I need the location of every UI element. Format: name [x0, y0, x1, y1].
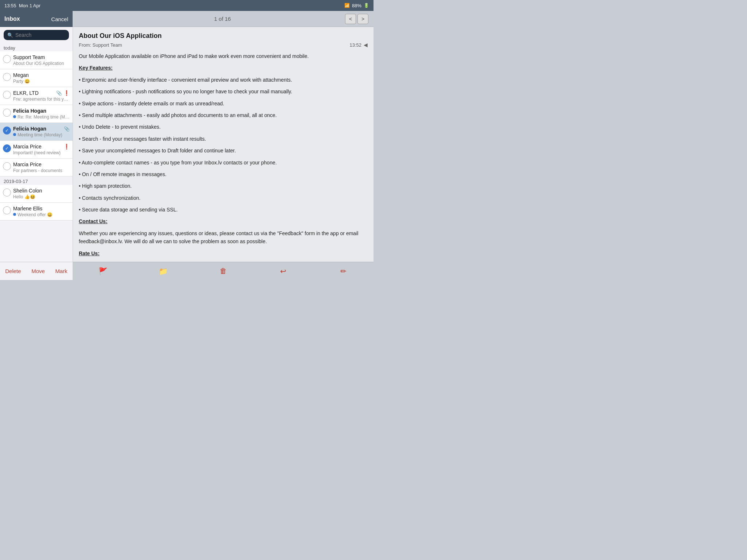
- email-icons: ❗: [63, 144, 70, 149]
- email-checkbox[interactable]: [3, 109, 11, 117]
- next-button[interactable]: >: [357, 14, 368, 24]
- body-paragraph: • Search - find your messages faster wit…: [79, 135, 368, 143]
- right-bottom-toolbar: 🚩📁🗑↩✏: [73, 262, 374, 280]
- search-icon: 🔍: [7, 32, 13, 38]
- trash-button[interactable]: 🗑: [216, 264, 231, 279]
- email-time: 13:52: [349, 42, 361, 48]
- preview-row: Frw: agreements for this year: [13, 96, 70, 102]
- body-paragraph: • Swipe actions - instantly delete email…: [79, 100, 368, 108]
- sender-name: ELKR, LTD: [13, 90, 39, 96]
- priority-icon: ❗: [63, 144, 70, 149]
- viewer-header: 1 of 16 < >: [73, 11, 374, 27]
- sender-row: Felicia Hogan: [13, 108, 70, 114]
- section-title: Rate Us:: [79, 249, 368, 257]
- sender-row: Shelin Colon: [13, 188, 70, 194]
- inbox-header: Inbox Cancel: [0, 11, 73, 27]
- preview-row: About Our iOS Application: [13, 60, 70, 66]
- email-preview: Meeting time (Monday): [18, 132, 62, 137]
- sender-row: Felicia Hogan📎: [13, 126, 70, 132]
- email-list-item[interactable]: MeganParty 😀: [0, 69, 73, 87]
- status-bar: 13:55 Mon 1 Apr 📶 88% 🔋: [0, 0, 374, 11]
- unread-dot: [13, 115, 16, 118]
- compose-button[interactable]: ✏: [336, 264, 351, 279]
- email-from-row: From: Support Team 13:52 ◀: [79, 42, 368, 48]
- sender-name: Felicia Hogan: [13, 126, 46, 132]
- sender-row: Support Team: [13, 54, 70, 60]
- email-item-content: Marcia Price❗Important! (need review): [13, 144, 70, 155]
- preview-row: Important! (need review): [13, 149, 70, 155]
- email-preview: For partners - documents: [13, 168, 62, 173]
- reply-button[interactable]: ↩: [276, 264, 291, 279]
- pagination-label: 1 of 16: [214, 16, 231, 22]
- email-preview: Re: Re: Meeting time (Monday): [18, 114, 70, 120]
- section-title: Key Features:: [79, 64, 368, 72]
- email-checkbox[interactable]: [3, 188, 11, 197]
- sender-row: ELKR, LTD📎❗: [13, 90, 70, 96]
- body-paragraph: • Undo Delete - to prevent mistakes.: [79, 123, 368, 131]
- email-time-row: 13:52 ◀: [349, 42, 368, 48]
- email-item-content: Support TeamAbout Our iOS Application: [13, 54, 70, 66]
- body-paragraph: • Contacts synchronization.: [79, 194, 368, 202]
- inbox-title: Inbox: [4, 16, 20, 22]
- preview-row: Party 😀: [13, 78, 70, 84]
- prev-button[interactable]: <: [345, 14, 356, 24]
- email-checkbox[interactable]: [3, 127, 11, 135]
- left-panel: Inbox Cancel 🔍 todaySupport TeamAbout Ou…: [0, 11, 73, 280]
- search-input[interactable]: [15, 32, 79, 38]
- email-list-item[interactable]: Felicia Hogan📎Meeting time (Monday): [0, 123, 73, 141]
- collapse-arrow-icon[interactable]: ◀: [364, 42, 368, 48]
- priority-icon: ❗: [63, 90, 70, 96]
- email-item-content: Felicia HoganRe: Re: Meeting time (Monda…: [13, 108, 70, 120]
- date-header: 2019-03-17: [0, 176, 73, 185]
- sender-name: Marlene Ellis: [13, 206, 42, 211]
- body-paragraph: • On / Off remote images in messages.: [79, 170, 368, 178]
- delete-button[interactable]: Delete: [5, 268, 21, 274]
- nav-arrows: < >: [345, 14, 368, 24]
- preview-row: Meeting time (Monday): [13, 132, 70, 137]
- move-button[interactable]: Move: [31, 268, 45, 274]
- email-list-item[interactable]: Marcia PriceFor partners - documents: [0, 159, 73, 176]
- email-list-item[interactable]: ELKR, LTD📎❗Frw: agreements for this year: [0, 87, 73, 105]
- email-checkbox[interactable]: [3, 206, 11, 214]
- body-paragraph: • Auto-complete contact names - as you t…: [79, 159, 368, 167]
- email-list-item[interactable]: Support TeamAbout Our iOS Application: [0, 51, 73, 69]
- email-item-content: Marcia PriceFor partners - documents: [13, 162, 70, 173]
- email-preview: Important! (need review): [13, 150, 61, 155]
- email-item-content: Shelin ColonHello 👍😆: [13, 188, 70, 199]
- flag-button[interactable]: 🚩: [96, 264, 110, 279]
- email-list-item[interactable]: Marlene EllisWeekend offer 😀: [0, 203, 73, 221]
- email-list-item[interactable]: Shelin ColonHello 👍😆: [0, 185, 73, 203]
- email-subject: About Our iOS Application: [79, 32, 368, 40]
- email-checkbox[interactable]: [3, 55, 11, 63]
- battery-level: 88%: [352, 3, 361, 8]
- body-paragraph: Our Mobile Application available on iPho…: [79, 52, 368, 60]
- email-from: From: Support Team: [79, 42, 122, 48]
- email-checkbox[interactable]: [3, 73, 11, 81]
- battery-icon: 🔋: [364, 3, 369, 8]
- search-bar-container: 🔍: [0, 27, 73, 43]
- body-paragraph: • Secure data storage and sending via SS…: [79, 206, 368, 214]
- email-checkbox[interactable]: [3, 162, 11, 170]
- sender-name: Felicia Hogan: [13, 108, 46, 114]
- body-paragraph: • Send multiple attachments - easily add…: [79, 111, 368, 119]
- email-list-item[interactable]: Marcia Price❗Important! (need review): [0, 141, 73, 159]
- preview-row: Re: Re: Meeting time (Monday): [13, 114, 70, 120]
- email-list-item[interactable]: Felicia HoganRe: Re: Meeting time (Monda…: [0, 105, 73, 123]
- email-preview: Frw: agreements for this year: [13, 97, 70, 102]
- wifi-icon: 📶: [344, 3, 350, 8]
- attachment-icon: 📎: [64, 126, 70, 132]
- sender-row: Megan: [13, 72, 70, 78]
- search-wrapper[interactable]: 🔍: [4, 30, 69, 40]
- email-item-content: Felicia Hogan📎Meeting time (Monday): [13, 126, 70, 137]
- mark-button[interactable]: Mark: [55, 268, 67, 274]
- cancel-button[interactable]: Cancel: [51, 16, 68, 22]
- section-title: Contact Us:: [79, 217, 368, 225]
- preview-row: For partners - documents: [13, 167, 70, 173]
- email-checkbox[interactable]: [3, 91, 11, 99]
- body-paragraph: Whether you are experiencing any issues,…: [79, 229, 368, 246]
- email-checkbox[interactable]: [3, 144, 11, 152]
- folder-button[interactable]: 📁: [156, 264, 170, 279]
- body-paragraph: • Save your uncompleted messages to Draf…: [79, 147, 368, 155]
- date-header: today: [0, 43, 73, 51]
- status-indicators: 📶 88% 🔋: [344, 3, 369, 8]
